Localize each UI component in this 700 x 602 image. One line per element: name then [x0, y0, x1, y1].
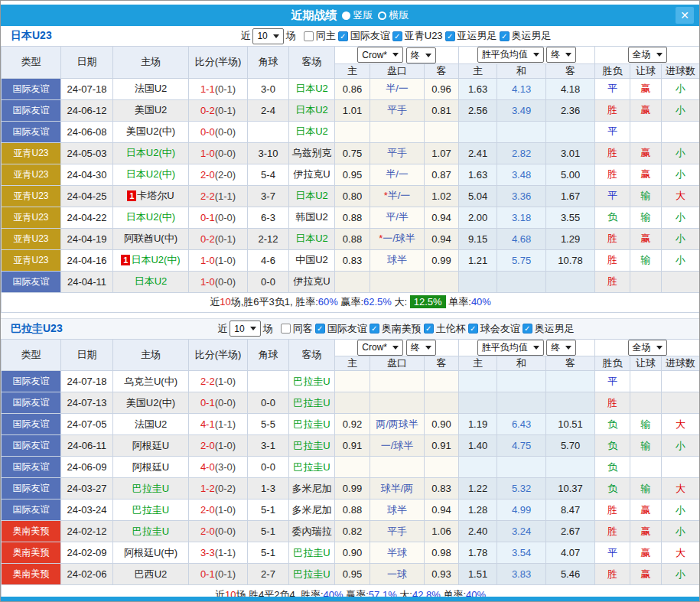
average-select[interactable]: 胜平负均值 — [477, 340, 544, 356]
cell-avg-away: 2.67 — [546, 521, 595, 542]
away-team-name: 多米尼加 — [292, 483, 332, 494]
half-time-score: (0-0) — [215, 126, 236, 138]
cell-away-team: 伊拉克U — [289, 271, 335, 292]
bookmaker-select[interactable]: Crow* — [357, 340, 403, 356]
scope-select[interactable]: 全场 — [628, 47, 667, 63]
section-summary: 近10场,胜6平3负1, 胜率:60% 赢率:62.5% 大: 12.5% 单率… — [2, 292, 700, 312]
cell-home-team: 1卡塔尔U — [113, 185, 189, 207]
cell-result-value: 胜 — [607, 104, 617, 116]
cell-odds-home: 0.86 — [335, 78, 370, 99]
final-odds-select[interactable]: 终 — [406, 340, 436, 356]
cell-handicap: 球半 — [370, 249, 425, 271]
final-avg-select[interactable]: 终 — [546, 47, 576, 63]
full-time-score: 0-1 — [200, 397, 215, 408]
chevron-down-icon — [533, 346, 539, 350]
cell-avg-away: 1.67 — [546, 185, 595, 207]
competition-checkbox[interactable]: ✓ — [315, 324, 325, 334]
cell-home-team: 法国U2 — [113, 78, 189, 99]
cell-avg-away: 10.37 — [546, 478, 595, 499]
near-label: 近 — [240, 29, 250, 43]
cell-result-value: 负 — [607, 461, 617, 473]
full-time-score: 4-1 — [200, 418, 215, 430]
competition-checkbox[interactable]: ✓ — [500, 31, 510, 41]
competition-label: 球会友谊 — [480, 322, 520, 336]
cell-corner: 5-4 — [248, 164, 289, 185]
same-venue-checkbox[interactable] — [304, 31, 314, 41]
match-row: 亚青U2324-04-251卡塔尔U2-2(1-1)3-7日本U20.80*半/… — [2, 185, 700, 207]
final-avg-select[interactable]: 终 — [546, 340, 576, 356]
near-count-select[interactable]: 10 — [230, 321, 260, 337]
competition-checkbox[interactable]: ✓ — [468, 324, 478, 334]
cell-score: 1-0(1-0) — [189, 249, 248, 271]
cell-away-team: 日本U2 — [289, 185, 335, 207]
cell-avg-home: 1.22 — [459, 478, 497, 499]
radio-vertical-label[interactable]: 竖版 — [353, 8, 373, 22]
handicap-value: 一球 — [387, 568, 407, 580]
half-time-score: (1-1) — [215, 547, 236, 558]
near-count-select[interactable]: 10 — [252, 28, 283, 44]
average-select-value: 胜平负均值 — [482, 48, 528, 61]
final-odds-select-value: 终 — [411, 49, 420, 62]
radio-unselected-icon[interactable] — [378, 11, 386, 20]
competition-checkbox[interactable]: ✓ — [523, 324, 532, 334]
bookmaker-select-value: Crow* — [362, 342, 387, 353]
layout-radio-vertical[interactable]: 竖版 — [342, 8, 373, 22]
section-header-japan: 日本U23 近10场同主✓国际友谊✓亚青U23✓亚运男足✓奥运男足 — [1, 26, 699, 46]
subcol-goals: 进球数 — [662, 356, 700, 371]
away-team-name: 伊拉克U — [293, 275, 330, 287]
cell-goals-result — [662, 121, 700, 142]
avg-draw-value: 2.82 — [512, 148, 531, 159]
cell-odds-away: 0.91 — [425, 435, 459, 457]
bookmaker-select[interactable]: Crow* — [357, 47, 403, 63]
cell-goals-result-value: 小 — [676, 526, 685, 537]
final-odds-select[interactable]: 终 — [406, 47, 436, 63]
chevron-down-icon — [533, 53, 539, 57]
cell-handicap: 平手 — [370, 142, 425, 164]
competition-checkbox[interactable]: ✓ — [392, 31, 402, 41]
col-header-score: 比分(半场) — [189, 339, 248, 371]
cell-odds-away: 1.07 — [425, 142, 459, 164]
cell-match-type: 奥南美预 — [2, 542, 61, 564]
scope-select[interactable]: 全场 — [628, 340, 667, 356]
avg-draw-value: 4.75 — [512, 440, 531, 451]
away-team-name: 韩国U2 — [295, 211, 328, 223]
handicap-value: 平手 — [387, 526, 407, 537]
cell-corner: 5-5 — [248, 414, 289, 435]
competition-checkbox[interactable]: ✓ — [424, 324, 434, 334]
close-icon[interactable]: ✕ — [676, 7, 694, 24]
competition-checkbox[interactable]: ✓ — [445, 31, 455, 41]
handicap-value: 半/一 — [388, 190, 411, 201]
cell-spread-result: 输 — [630, 185, 662, 207]
competition-checkbox[interactable]: ✓ — [338, 31, 348, 41]
same-venue-checkbox[interactable] — [281, 324, 291, 334]
dialog-title: 近期战绩 — [291, 8, 337, 23]
avg-draw-value: 4.68 — [512, 233, 531, 245]
competition-checkbox[interactable]: ✓ — [370, 324, 379, 334]
cell-corner — [248, 371, 289, 392]
home-team-name: 巴拉圭U — [132, 504, 169, 516]
cell-date: 24-04-11 — [61, 271, 113, 292]
cell-match-type: 奥南美预 — [2, 564, 61, 585]
full-time-score: 1-0 — [200, 255, 215, 266]
cell-away-team: 巴拉圭U — [289, 435, 335, 457]
average-select[interactable]: 胜平负均值 — [477, 47, 544, 63]
handicap-value: 平手 — [387, 147, 407, 158]
radio-selected-icon[interactable] — [342, 11, 350, 20]
cell-goals-result: 小 — [662, 499, 700, 521]
cell-match-type: 亚青U23 — [2, 249, 61, 271]
cell-avg-away: 10.78 — [546, 249, 595, 271]
cell-spread-result-value: 赢 — [641, 547, 651, 558]
chevron-down-icon — [425, 54, 431, 57]
final-avg-select-value: 终 — [551, 341, 560, 354]
radio-horizontal-label[interactable]: 横版 — [389, 8, 409, 22]
cell-date: 24-02-12 — [61, 521, 113, 542]
cell-result: 胜 — [595, 564, 630, 585]
cell-result-value: 负 — [607, 211, 617, 223]
cell-goals-result: 小 — [662, 521, 700, 542]
competition-label: 奥运男足 — [512, 29, 552, 43]
layout-radio-horizontal[interactable]: 横版 — [378, 8, 409, 22]
full-time-score: 2-2 — [200, 376, 215, 387]
handicap-value: 一/球半 — [383, 233, 415, 244]
cell-date: 24-05-03 — [61, 142, 113, 164]
home-team-name: 巴拉圭U — [132, 483, 169, 494]
